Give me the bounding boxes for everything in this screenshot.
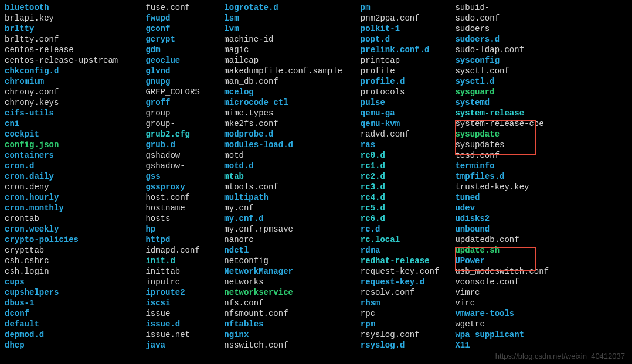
file-entry: rhsm: [361, 298, 456, 308]
file-entry: GREP_COLORS: [145, 87, 224, 97]
file-entry: chrony.keys: [5, 97, 145, 108]
file-entry: brlapi.key: [5, 13, 145, 23]
file-entry: rc4.d: [361, 192, 456, 203]
file-entry: radvd.conf: [361, 129, 456, 140]
file-entry: sudoers: [455, 23, 627, 34]
file-entry: NetworkManager: [224, 266, 361, 277]
file-entry: profile.d: [361, 76, 456, 87]
file-entry: group: [145, 108, 224, 118]
file-entry: cockpit: [5, 129, 145, 140]
file-entry: crypto-policies: [5, 234, 145, 245]
file-entry: wgetrc: [455, 319, 627, 329]
file-entry: lsm: [224, 13, 361, 23]
file-entry: cups: [5, 277, 145, 287]
file-entry: fuse.conf: [145, 2, 224, 13]
file-entry: update.sh: [455, 245, 627, 256]
file-entry: udev: [455, 203, 627, 213]
file-entry: gshadow: [145, 150, 224, 161]
file-entry: pnm2ppa.conf: [361, 13, 456, 23]
file-entry: centos-release-upstream: [5, 55, 145, 66]
file-entry: updatedb.conf: [455, 234, 627, 245]
file-entry: nftables: [224, 319, 361, 329]
file-entry: depmod.d: [5, 329, 145, 340]
file-entry: iproute2: [145, 287, 224, 298]
file-entry: cifs-utils: [5, 108, 145, 118]
file-entry: tmpfiles.d: [455, 171, 627, 182]
file-entry: pm: [361, 2, 456, 13]
file-entry: vimrc: [455, 287, 627, 298]
file-entry: cron.weekly: [5, 224, 145, 234]
column-5: subuid-sudo.confsudoerssudoers.dsudo-lda…: [455, 2, 627, 351]
file-entry: modules-load.d: [224, 140, 361, 150]
column-3: logrotate.dlsmlvmmachine-idmagicmailcapm…: [224, 2, 361, 351]
file-entry: rc2.d: [361, 171, 456, 182]
file-entry: idmapd.conf: [145, 245, 224, 256]
file-entry: X11: [455, 340, 627, 351]
file-entry: protocols: [361, 87, 456, 97]
file-entry: networkservice: [224, 287, 361, 298]
file-entry: profile: [361, 66, 456, 76]
file-entry: sysupdate: [455, 129, 627, 140]
file-entry: default: [5, 319, 145, 329]
file-entry: fwupd: [145, 13, 224, 23]
column-4: pmpnm2ppa.confpolkit-1popt.dprelink.conf…: [361, 2, 456, 351]
file-entry: issue.d: [145, 319, 224, 329]
file-entry: group-: [145, 118, 224, 129]
file-entry: tcsd.conf: [455, 150, 627, 161]
file-entry: grub.d: [145, 140, 224, 150]
file-entry: config.json: [5, 140, 145, 150]
file-entry: geoclue: [145, 55, 224, 66]
file-entry: systemd: [455, 97, 627, 108]
file-entry: hp: [145, 224, 224, 234]
file-entry: dbus-1: [5, 298, 145, 308]
file-entry: motd.d: [224, 161, 361, 171]
file-entry: mtools.conf: [224, 182, 361, 192]
column-1: bluetoothbrlapi.keybrlttybrltty.confcent…: [5, 2, 145, 351]
watermark: https://blog.csdn.net/weixin_40412037: [495, 351, 625, 362]
file-entry: sudo-ldap.conf: [455, 45, 627, 55]
file-entry: sudo.conf: [455, 13, 627, 23]
file-entry: system-release-cpe: [455, 118, 627, 129]
file-entry: chkconfig.d: [5, 66, 145, 76]
file-entry: cron.d: [5, 161, 145, 171]
file-entry: iscsi: [145, 298, 224, 308]
column-2: fuse.conffwupdgconfgcryptgdmgeoclueglvnd…: [145, 2, 224, 351]
file-entry: nfsmount.conf: [224, 308, 361, 319]
file-entry: magic: [224, 45, 361, 55]
file-entry: pulse: [361, 97, 456, 108]
file-entry: httpd: [145, 234, 224, 245]
file-entry: mcelog: [224, 87, 361, 97]
file-entry: printcap: [361, 55, 456, 66]
file-entry: dconf: [5, 308, 145, 319]
file-entry: brltty: [5, 23, 145, 34]
file-entry: cupshelpers: [5, 287, 145, 298]
file-entry: init.d: [145, 256, 224, 266]
file-entry: netconfig: [224, 256, 361, 266]
file-entry: makedumpfile.conf.sample: [224, 66, 361, 76]
file-entry: qemu-kvm: [361, 118, 456, 129]
file-entry: java: [145, 340, 224, 351]
file-entry: trusted-key.key: [455, 182, 627, 192]
file-entry: mtab: [224, 171, 361, 182]
file-entry: usb_modeswitch.conf: [455, 266, 627, 277]
file-entry: rdma: [361, 245, 456, 256]
file-entry: request-key.conf: [361, 266, 456, 277]
file-entry: issue: [145, 308, 224, 319]
file-entry: subuid-: [455, 2, 627, 13]
file-entry: rsyslog.conf: [361, 329, 456, 340]
file-entry: mke2fs.conf: [224, 118, 361, 129]
file-entry: cron.deny: [5, 182, 145, 192]
file-entry: rpc: [361, 308, 456, 319]
file-entry: sysguard: [455, 87, 627, 97]
file-entry: nsswitch.conf: [224, 340, 361, 351]
file-entry: multipath: [224, 192, 361, 203]
file-entry: glvnd: [145, 66, 224, 76]
file-entry: dhcp: [5, 340, 145, 351]
file-entry: man_db.conf: [224, 76, 361, 87]
file-entry: sysupdates: [455, 140, 627, 150]
file-entry: sudoers.d: [455, 34, 627, 45]
file-entry: issue.net: [145, 329, 224, 340]
file-entry: mime.types: [224, 108, 361, 118]
file-entry: gconf: [145, 23, 224, 34]
file-entry: rc1.d: [361, 161, 456, 171]
